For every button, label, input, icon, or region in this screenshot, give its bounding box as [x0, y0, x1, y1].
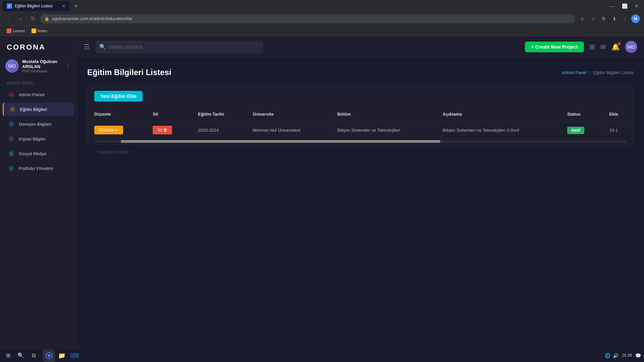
back-button[interactable]: ‹	[4, 14, 13, 23]
taskbar-app-explorer[interactable]: 📁	[56, 350, 68, 362]
notification-icon[interactable]: 🔔	[611, 43, 620, 51]
sidebar-item-admin-paneli[interactable]: ⊙ Admin Paneli	[3, 88, 74, 101]
cell-status: Aktif	[560, 122, 603, 139]
col-universite: Üniversite	[246, 107, 330, 122]
add-education-button[interactable]: Yeni Eğitim Ekle	[94, 91, 143, 102]
sosyal-icon: ☰	[8, 150, 15, 157]
address-bar[interactable]: 🔒 ogulcanarslan.com.tr/admin/education/l…	[40, 14, 575, 23]
search-bar[interactable]: 🔍	[95, 41, 263, 53]
tray-icons: 🌐 🔊	[604, 352, 619, 359]
col-egitim-tarihi: Eğitim Tarihi	[191, 107, 246, 122]
sidebar: CORONA MO Mustafa Oğulcan ARSLAN PHP Dev…	[0, 36, 77, 349]
copyright-text: Copyright © 2023	[97, 150, 129, 155]
active-tab[interactable]: E Eğitim Bilgileri Listesi ✕	[3, 1, 70, 11]
breadcrumb-parent[interactable]: Admin Panel	[562, 70, 587, 75]
main-area: ☰ 🔍 + Create New Project ⊞ ✉ 🔔 MO Eğitim…	[77, 36, 644, 349]
table-wrapper: Düzenle Sil Eğitim Tarihi Üniversite Böl…	[88, 107, 634, 144]
taskbar-apps: 📁 ⌨	[43, 350, 80, 362]
education-table: Düzenle Sil Eğitim Tarihi Üniversite Böl…	[88, 107, 634, 139]
horizontal-scrollbar[interactable]	[88, 139, 634, 144]
header-avatar[interactable]: MO	[625, 41, 637, 53]
share-button[interactable]: ⎋	[578, 14, 587, 23]
tab-close-btn[interactable]: ✕	[62, 3, 66, 9]
edit-label: Düzenle	[99, 128, 114, 132]
create-new-project-button[interactable]: + Create New Project	[525, 42, 584, 52]
app-logo: CORONA	[0, 36, 77, 55]
taskview-button[interactable]: ⧉	[28, 350, 39, 361]
cell-edit: Düzenle ✏	[88, 122, 146, 139]
sidebar-item-portfolio[interactable]: ☰ Portfolio Yönetimi	[3, 162, 74, 175]
close-window-button[interactable]: ✕	[632, 1, 641, 11]
tab-title: Eğitim Bilgileri Listesi	[15, 4, 53, 8]
bookmark-button[interactable]: ☆	[588, 14, 598, 23]
forward-button[interactable]: ›	[16, 14, 25, 23]
education-table-card: Yeni Eğitim Ekle Düzenle Sil Eğitim Tari…	[87, 85, 634, 144]
bookmark-item-notes[interactable]: Notes	[29, 28, 50, 34]
sidebar-item-sosyal[interactable]: ☰ Sosyal Medya	[3, 147, 74, 160]
footer: Copyright © 2023	[87, 144, 634, 160]
notification-badge	[618, 42, 621, 45]
menu-button[interactable]: ⋮	[621, 14, 630, 23]
svg-point-1	[48, 354, 50, 357]
sidebar-label-egitim: Eğitim Bilgileri	[20, 107, 47, 112]
tray-network-icon[interactable]: 🌐	[604, 352, 611, 359]
col-duzenle: Düzenle	[88, 107, 146, 122]
maximize-button[interactable]: ⬜	[620, 1, 629, 11]
delete-button[interactable]: Sil 🗑	[153, 126, 172, 134]
extensions-button[interactable]: ⧉	[599, 14, 608, 23]
sidebar-label-admin: Admin Paneli	[19, 92, 45, 97]
edit-button[interactable]: Düzenle ✏	[94, 126, 123, 134]
sidebar-item-deneyim[interactable]: ☰ Deneyim Bilgileri	[3, 117, 74, 131]
col-ekle: Ekle	[603, 107, 634, 122]
grid-view-icon[interactable]: ⊞	[589, 43, 595, 51]
scroll-thumb[interactable]	[121, 140, 440, 143]
taskbar-start: ⊞ 🔍 ⧉	[3, 350, 39, 361]
col-status: Status	[560, 107, 603, 122]
page-title: Eğitim Bilgileri Listesi	[87, 68, 171, 77]
breadcrumb-current: Eğitim Bilgileri Listesi	[593, 70, 634, 75]
taskbar-tray: 🌐 🔊 16:28 💬	[604, 352, 641, 359]
kisisel-icon: ☰	[8, 135, 15, 142]
scroll-track	[94, 140, 627, 143]
new-tab-button[interactable]: +	[71, 1, 80, 11]
page-content: Eğitim Bilgileri Listesi Admin Panel / E…	[77, 58, 644, 349]
taskbar-app-chrome[interactable]	[43, 350, 55, 362]
mail-icon[interactable]: ✉	[600, 43, 606, 51]
admin-panel-icon: ⊙	[8, 91, 15, 98]
taskbar-app-vscode[interactable]: ⌨	[68, 350, 80, 362]
tab-favicon: E	[7, 3, 12, 9]
search-input[interactable]	[109, 44, 259, 50]
tray-volume-icon[interactable]: 🔊	[612, 352, 619, 359]
top-header: ☰ 🔍 + Create New Project ⊞ ✉ 🔔 MO	[77, 36, 644, 58]
sidebar-item-egitim-bilgileri[interactable]: ☰ Eğitim Bilgileri	[3, 103, 74, 116]
edit-icon: ✏	[115, 128, 118, 132]
bookmark-label: Laravel	[13, 29, 25, 33]
page-header: Eğitim Bilgileri Listesi Admin Panel / E…	[87, 68, 634, 77]
navigation-bar: ‹ › ↻ 🔒 ogulcanarslan.com.tr/admin/educa…	[0, 12, 644, 25]
delete-label: Sil	[157, 128, 162, 132]
user-role: PHP Developer	[22, 69, 62, 73]
minimize-button[interactable]: —	[608, 1, 617, 11]
user-menu-button[interactable]: ⋮	[65, 62, 71, 70]
window-controls: — ⬜ ✕	[608, 1, 641, 11]
cell-delete: Sil 🗑	[146, 122, 191, 139]
avatar: MO	[5, 59, 19, 73]
start-button[interactable]: ⊞	[3, 350, 13, 361]
search-taskbar-button[interactable]: 🔍	[15, 350, 26, 361]
table-actions: Yeni Eğitim Ekle	[88, 85, 634, 107]
cell-extra: 15-1	[603, 122, 634, 139]
download-button[interactable]: ⬇	[610, 14, 619, 23]
ssl-icon: 🔒	[44, 16, 49, 21]
nav-actions: ⎋ ☆ ⧉ ⬇ ⋮ M	[578, 14, 640, 23]
cell-date: 2020-2024	[191, 122, 246, 139]
breadcrumb-separator: /	[589, 70, 590, 75]
notifications-tray-icon[interactable]: 💬	[635, 352, 641, 359]
time-display: 16:28	[622, 353, 632, 358]
col-bolum: Bölüm	[331, 107, 436, 122]
hamburger-icon[interactable]: ☰	[84, 43, 90, 51]
bookmark-item[interactable]: Laravel	[4, 28, 28, 34]
refresh-button[interactable]: ↻	[28, 14, 38, 23]
browser-profile[interactable]: M	[631, 14, 640, 23]
app-wrapper: CORONA MO Mustafa Oğulcan ARSLAN PHP Dev…	[0, 36, 644, 349]
sidebar-item-kisisel[interactable]: ☰ Kişisel Bilgiler	[3, 132, 74, 145]
